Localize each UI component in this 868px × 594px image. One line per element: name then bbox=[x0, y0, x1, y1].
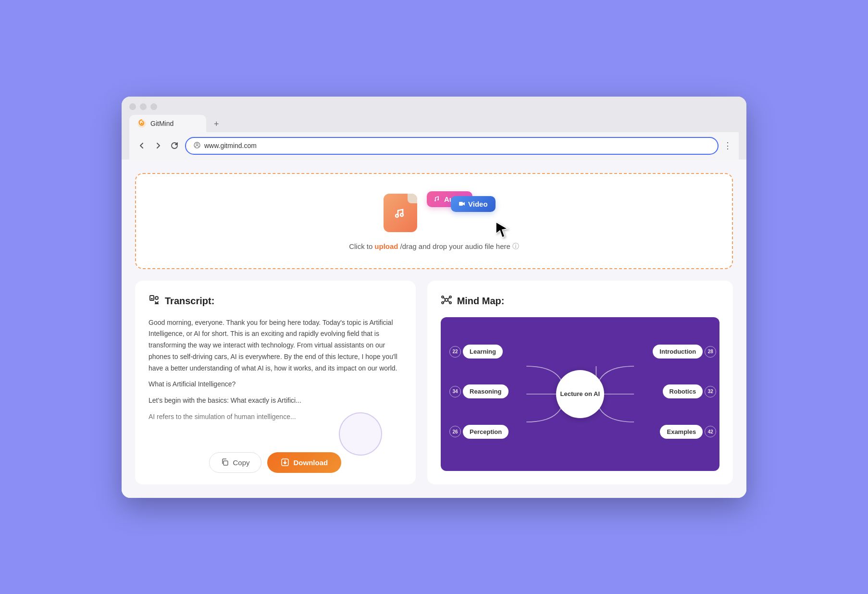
main-content: Audio Video bbox=[122, 160, 746, 498]
gitmind-logo-icon bbox=[137, 119, 147, 128]
svg-rect-11 bbox=[223, 461, 228, 465]
transcript-actions: Copy Download bbox=[135, 452, 416, 473]
mindmap-canvas: Lecture on AI 22 Learning 34 bbox=[441, 317, 719, 471]
learning-label: Learning bbox=[470, 348, 496, 355]
tab-title: GitMind bbox=[150, 120, 174, 127]
upload-help-icon[interactable]: ⓘ bbox=[512, 242, 519, 251]
traffic-light-maximize[interactable] bbox=[150, 103, 157, 110]
traffic-light-close[interactable] bbox=[129, 103, 136, 110]
transcript-panel: Transcript: Good morning, everyone. Than… bbox=[135, 281, 416, 484]
back-button[interactable] bbox=[136, 140, 148, 151]
examples-badge: 42 bbox=[705, 426, 716, 437]
svg-point-1 bbox=[141, 123, 143, 124]
introduction-badge: 28 bbox=[705, 346, 716, 358]
address-input[interactable]: www.gitmind.com bbox=[185, 137, 719, 155]
perception-label: Perception bbox=[470, 428, 502, 435]
browser-chrome: GitMind + bbox=[122, 97, 746, 160]
svg-rect-8 bbox=[459, 202, 463, 206]
forward-button[interactable] bbox=[152, 140, 164, 151]
introduction-label: Introduction bbox=[659, 348, 696, 355]
robotics-label: Robotics bbox=[670, 388, 696, 395]
download-button[interactable]: Download bbox=[267, 452, 341, 473]
svg-point-4 bbox=[396, 214, 398, 217]
cursor-icon bbox=[494, 221, 508, 242]
audio-file-icon bbox=[384, 194, 417, 232]
address-bar-row: www.gitmind.com ⋮ bbox=[129, 132, 739, 160]
mindmap-node-introduction: Introduction 28 bbox=[653, 345, 703, 359]
transcript-icon bbox=[149, 294, 160, 309]
svg-point-13 bbox=[445, 298, 448, 301]
svg-point-7 bbox=[437, 199, 439, 200]
examples-label: Examples bbox=[667, 428, 696, 435]
svg-point-3 bbox=[196, 143, 198, 145]
traffic-light-minimize[interactable] bbox=[140, 103, 147, 110]
video-chip: Video bbox=[451, 196, 496, 212]
url-text: www.gitmind.com bbox=[204, 142, 710, 149]
new-tab-button[interactable]: + bbox=[208, 116, 225, 132]
robotics-badge: 32 bbox=[705, 386, 716, 397]
reload-button[interactable] bbox=[169, 140, 180, 151]
upload-area[interactable]: Audio Video bbox=[135, 173, 733, 269]
perception-badge: 26 bbox=[449, 426, 461, 437]
svg-point-16 bbox=[449, 296, 451, 298]
browser-menu-button[interactable]: ⋮ bbox=[723, 140, 732, 151]
svg-point-10 bbox=[155, 297, 158, 299]
browser-window: GitMind + bbox=[122, 97, 746, 498]
circle-decoration bbox=[339, 412, 382, 456]
address-security-icon bbox=[194, 142, 200, 150]
svg-point-5 bbox=[400, 213, 403, 216]
transcript-title: Transcript: bbox=[149, 294, 402, 309]
tab-bar: GitMind + bbox=[129, 115, 739, 132]
copy-button[interactable]: Copy bbox=[209, 452, 261, 473]
svg-point-14 bbox=[442, 296, 444, 298]
browser-tab-active[interactable]: GitMind bbox=[129, 115, 206, 132]
mindmap-center-node: Lecture on AI bbox=[556, 370, 604, 418]
learning-badge: 22 bbox=[449, 346, 461, 358]
mindmap-node-learning: 22 Learning bbox=[463, 345, 503, 359]
traffic-lights bbox=[129, 103, 739, 110]
svg-point-17 bbox=[449, 302, 451, 304]
upload-instruction: Click to upload /drag and drop your audi… bbox=[349, 242, 519, 251]
upload-link[interactable]: upload bbox=[374, 242, 398, 250]
mindmap-panel: Mind Map: bbox=[427, 281, 733, 484]
media-chips: Audio Video bbox=[427, 191, 484, 235]
panels-row: Transcript: Good morning, everyone. Than… bbox=[135, 281, 733, 484]
mindmap-node-robotics: Robotics 32 bbox=[663, 384, 703, 398]
mindmap-title: Mind Map: bbox=[441, 294, 719, 309]
mindmap-node-reasoning: 34 Reasoning bbox=[463, 384, 508, 398]
mindmap-node-perception: 26 Perception bbox=[463, 425, 508, 439]
reasoning-badge: 34 bbox=[449, 386, 461, 397]
reasoning-label: Reasoning bbox=[470, 388, 501, 395]
svg-point-15 bbox=[442, 302, 444, 304]
mindmap-node-examples: Examples 42 bbox=[660, 425, 703, 439]
mindmap-icon bbox=[441, 294, 452, 309]
upload-icons: Audio Video bbox=[384, 191, 484, 235]
svg-point-6 bbox=[434, 200, 436, 201]
